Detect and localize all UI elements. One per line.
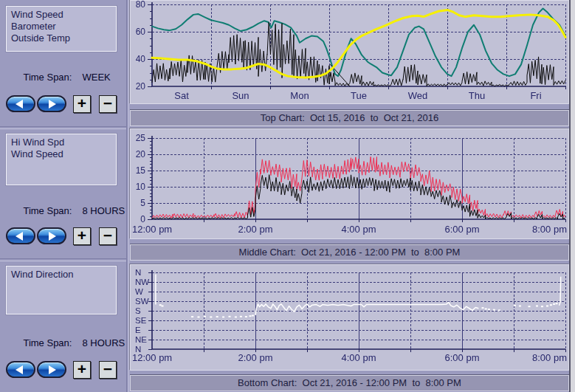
legend-item-outside-temp[interactable]: Outside Temp (11, 32, 116, 44)
middle-chart-panel (130, 128, 569, 239)
top-chart-caption: Top Chart: Oct 15, 2016 to Oct 21, 2016 (130, 110, 569, 126)
zoom-out-button[interactable]: − (99, 361, 117, 379)
left-arrow-icon (16, 100, 23, 109)
legend-item-wind-speed[interactable]: Wind Speed (11, 148, 116, 160)
time-span-row: Time Span:8 HOURS (7, 326, 125, 360)
bottom-chart-series-listbox[interactable]: Wind Direction (6, 266, 117, 314)
zoom-in-button[interactable]: + (73, 227, 91, 245)
legend-item-hi-wind-spd[interactable]: Hi Wind Spd (11, 137, 116, 148)
sidebar-chart-divider (126, 0, 129, 392)
scroll-back-button[interactable] (6, 361, 35, 378)
top-chart-panel (130, 0, 569, 104)
window-edge (569, 0, 575, 392)
bottom-chart-panel (130, 264, 569, 371)
time-span-row: Time Span:8 HOURS (7, 194, 125, 227)
right-arrow-icon (49, 232, 56, 241)
top-chart-canvas[interactable] (131, 1, 568, 103)
legend-item-wind-direction[interactable]: Wind Direction (11, 269, 116, 281)
time-span-value: WEEK (82, 72, 110, 83)
sidebar-section-bottom-chart: Wind Direction Time Span:8 HOURS + − (0, 260, 126, 392)
sidebar-section-middle-chart: Hi Wind Spd Wind Speed Time Span:8 HOURS… (0, 128, 126, 258)
right-arrow-icon (49, 100, 56, 109)
scroll-forward-button[interactable] (37, 95, 66, 112)
zoom-in-button[interactable]: + (73, 361, 91, 379)
scroll-back-button[interactable] (6, 227, 35, 244)
scroll-back-button[interactable] (6, 95, 35, 112)
middle-chart-caption: Middle Chart: Oct 21, 2016 - 12:00 PM to… (130, 244, 569, 261)
time-span-label: Time Span: (23, 205, 72, 216)
scroll-forward-button[interactable] (37, 227, 66, 244)
scroll-forward-button[interactable] (37, 361, 66, 378)
time-span-row: Time Span:WEEK (7, 61, 111, 94)
time-span-value: 8 HOURS (82, 337, 125, 348)
time-span-value: 8 HOURS (82, 205, 125, 216)
bottom-chart-caption: Bottom Chart: Oct 21, 2016 - 12:00 PM to… (130, 375, 569, 391)
time-span-label: Time Span: (23, 337, 72, 348)
sidebar-divider (0, 126, 126, 129)
middle-chart-canvas[interactable] (131, 129, 568, 238)
sidebar-divider (0, 258, 126, 261)
zoom-in-button[interactable]: + (73, 95, 91, 113)
zoom-out-button[interactable]: − (99, 227, 117, 245)
legend-item-barometer[interactable]: Barometer (11, 21, 116, 32)
time-span-label: Time Span: (23, 72, 72, 83)
top-chart-series-listbox[interactable]: Wind Speed Barometer Outside Temp (6, 6, 117, 52)
bottom-chart-canvas[interactable] (131, 265, 568, 370)
weather-app-window: Wind Speed Barometer Outside Temp Time S… (0, 0, 575, 392)
middle-chart-series-listbox[interactable]: Hi Wind Spd Wind Speed (6, 134, 117, 185)
left-arrow-icon (16, 232, 23, 241)
zoom-out-button[interactable]: − (99, 95, 117, 113)
legend-item-wind-speed[interactable]: Wind Speed (11, 9, 116, 21)
sidebar-section-top-chart: Wind Speed Barometer Outside Temp Time S… (0, 0, 126, 126)
left-arrow-icon (16, 365, 23, 374)
right-arrow-icon (49, 365, 56, 374)
